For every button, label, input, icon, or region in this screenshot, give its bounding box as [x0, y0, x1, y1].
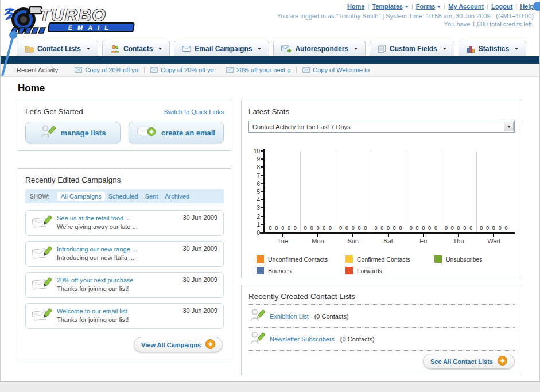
chart-gridline [441, 151, 441, 232]
y-axis-tick-label: 7 [248, 173, 260, 179]
chart-value-label: 0 [329, 225, 332, 231]
chart-value-label: 0 [469, 225, 472, 231]
tab-custom-fields[interactable]: Custom Fields [370, 41, 454, 56]
chart-value-label: 0 [463, 225, 466, 231]
chart-value-label: 0 [445, 225, 448, 231]
tab-statistics[interactable]: Statistics [459, 41, 526, 56]
autoresponders-icon [281, 45, 292, 53]
filter-scheduled[interactable]: Scheduled [105, 192, 142, 201]
recently-edited-campaigns-panel: Recently Edited Campaigns SHOW: All Camp… [18, 168, 231, 362]
chart-value-label: 0 [364, 225, 367, 231]
chart-value-label: 0 [428, 225, 431, 231]
legend-swatch [257, 255, 264, 263]
chevron-down-icon [87, 48, 90, 50]
x-axis-tick-mark [423, 234, 424, 237]
recent-activity-item[interactable]: Copy of Welcome to [297, 67, 375, 73]
recent-activity-item-label: 20% off your next p [236, 67, 291, 73]
top-link-forms[interactable]: Forms [416, 3, 441, 10]
legend-label: Bounces [268, 267, 292, 274]
top-link-logout[interactable]: Logout [491, 3, 512, 10]
chart-value-label: 0 [345, 225, 348, 231]
top-link-my-account[interactable]: My Account [448, 3, 484, 10]
chart-y-axis [263, 149, 265, 234]
filter-all-campaigns[interactable]: All Campaigns [57, 192, 105, 201]
campaign-title-link[interactable]: 20% off your next purchase [57, 276, 178, 285]
filter-archived[interactable]: Archived [161, 192, 193, 201]
stats-period-dropdown[interactable]: Contact Activity for the Last 7 Days [248, 121, 515, 133]
manage-lists-button[interactable]: manage lists [25, 122, 121, 143]
campaign-text: Welcome to our email listThanks for join… [57, 307, 178, 325]
top-link-home[interactable]: Home [347, 3, 365, 10]
y-axis-tick-label: 1 [248, 222, 260, 228]
contacts-icon [110, 45, 120, 53]
content-area: Home Let's Get Started Switch to Quick L… [1, 77, 539, 375]
switch-to-quick-links-link[interactable]: Switch to Quick Links [164, 108, 224, 115]
chart-value-label: 0 [281, 225, 284, 231]
campaign-title-link[interactable]: Welcome to our email list [57, 307, 178, 316]
contact-list-count: - (0 Contacts) [335, 336, 375, 343]
contact-list-name-link[interactable]: Newsletter Subscribers [270, 336, 335, 343]
chart-value-label: 0 [492, 225, 495, 231]
tab-email-campaigns[interactable]: Email Campaigns [174, 41, 269, 56]
top-link-help[interactable]: Help [520, 3, 534, 10]
chart-value-label: 0 [399, 225, 402, 231]
filter-sent[interactable]: Sent [142, 192, 162, 201]
campaign-title-link[interactable]: See us at the retail food ... [57, 214, 178, 223]
chart-value-label: 0 [288, 225, 290, 231]
chevron-down-icon [437, 6, 441, 8]
x-axis-tick-mark [317, 234, 318, 237]
chevron-down-icon [515, 48, 518, 50]
tab-autoresponders[interactable]: Autoresponders [273, 41, 366, 56]
campaign-text: Introducing our new range ...Introducing… [57, 245, 178, 263]
campaign-subtitle: Introducing our new Italia ... [57, 254, 178, 262]
create-email-label: create an email [161, 129, 215, 137]
legend-item-unconfirmed-contacts: Unconfirmed Contacts [257, 255, 345, 263]
chart-gridline [371, 151, 371, 232]
link-separator: | [411, 3, 413, 10]
tab-label: Contacts [123, 45, 153, 53]
view-all-campaigns-button[interactable]: View All Campaigns [134, 337, 223, 352]
recent-activity-item[interactable]: 20% off your next p [220, 67, 297, 73]
link-separator: | [444, 3, 445, 10]
recent-activity-bar: Recent Activity: Copy of 20% off yoCopy … [1, 64, 539, 77]
chart-value-label: 0 [434, 225, 437, 231]
person-pencil-icon [250, 331, 265, 347]
recently-created-contact-lists-panel: Recently Created Contact Lists Exhibitio… [241, 285, 522, 375]
campaign-date: 30 Jun 2009 [182, 214, 217, 232]
recent-activity-item[interactable]: Copy of 20% off yo [69, 67, 145, 73]
contact-list-name-link[interactable]: Exhibition List [270, 313, 309, 320]
chart-value-label: 0 [410, 225, 413, 231]
campaign-row[interactable]: Welcome to our email listThanks for join… [25, 303, 224, 329]
arrow-circle-icon [498, 356, 507, 367]
campaign-title-link[interactable]: Introducing our new range ... [57, 245, 178, 254]
campaign-row[interactable]: See us at the retail food ...We're givin… [25, 210, 224, 236]
top-link-templates[interactable]: Templates [372, 3, 409, 10]
chart-gridline [300, 151, 301, 232]
create-an-email-button[interactable]: create an email [129, 122, 224, 143]
contact-list-row[interactable]: Exhibition List - (0 Contacts) [248, 304, 515, 327]
contact-list-text: Exhibition List - (0 Contacts) [270, 313, 349, 320]
contact-list-row[interactable]: Newsletter Subscribers - (0 Contacts) [248, 327, 515, 351]
email-campaigns-icon [182, 45, 191, 52]
contact-lists-title: Recently Created Contact Lists [248, 292, 515, 304]
campaign-row[interactable]: Introducing our new range ...Introducing… [25, 241, 224, 267]
recent-activity-item[interactable]: Copy of 20% off yo [145, 67, 220, 73]
y-axis-tick-label: 9 [248, 156, 260, 162]
tab-contacts[interactable]: Contacts [102, 41, 170, 56]
envelope-icon [75, 67, 82, 73]
campaign-row[interactable]: 20% off your next purchaseThanks for joi… [25, 272, 224, 298]
chart-value-label: 0 [352, 225, 355, 231]
campaign-list: See us at the retail food ...We're givin… [25, 210, 224, 329]
arrow-circle-icon [205, 339, 215, 350]
page-background [0, 382, 540, 392]
envelope-pencil-icon [32, 307, 52, 325]
see-all-contact-lists-button[interactable]: See All Contact Lists [423, 354, 515, 369]
campaigns-panel-title: Recently Edited Campaigns [25, 176, 224, 184]
chevron-down-icon [158, 48, 162, 50]
envelope-pencil-icon [32, 276, 52, 294]
legend-swatch [345, 267, 353, 274]
tab-contact-lists[interactable]: Contact Lists [17, 41, 98, 56]
y-axis-tick-label: 8 [248, 164, 260, 170]
tab-label: Email Campaigns [195, 45, 252, 53]
y-axis-tick-label: 3 [248, 205, 260, 211]
